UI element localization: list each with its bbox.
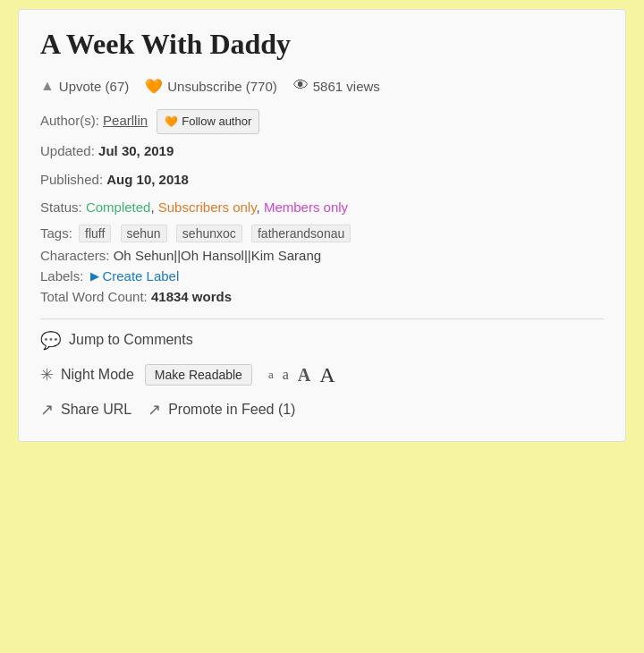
unsubscribe-button[interactable]: 🧡 Unsubscribe (770) (145, 78, 277, 95)
follow-heart-icon: 🧡 (165, 113, 178, 131)
author-row: Author(s): Pearllin 🧡 Follow author (40, 109, 604, 134)
published-date: Aug 10, 2018 (106, 172, 189, 187)
tags-row: Tags: fluff sehun sehunxoc fatherandsona… (40, 225, 604, 242)
comments-icon: 💬 (40, 330, 62, 351)
share-url-button[interactable]: ↗ Share URL (40, 400, 131, 420)
status-completed: Completed (86, 199, 151, 215)
status-members: Members only (264, 199, 348, 215)
labels-label: Labels: (40, 268, 83, 284)
night-mode-icon: ✳ (40, 365, 54, 385)
font-size-small[interactable]: a (268, 368, 274, 382)
status-subscribers: Subscribers only (158, 199, 257, 215)
word-count-row: Total Word Count: 41834 words (40, 289, 604, 304)
tag-fatherandsonau[interactable]: fatherandsonau (251, 225, 351, 242)
font-size-medium[interactable]: a (283, 367, 289, 383)
heart-icon: 🧡 (145, 78, 163, 95)
jump-to-comments-button[interactable]: 💬 Jump to Comments (40, 330, 193, 351)
night-mode-button[interactable]: ✳ Night Mode (40, 365, 134, 385)
authors-label: Author(s): (40, 113, 99, 128)
action-bar: ▲ Upvote (67) 🧡 Unsubscribe (770) 👁 5861… (40, 77, 604, 95)
article-title: A Week With Daddy (40, 28, 604, 61)
word-count-value: 41834 words (151, 289, 232, 304)
arrow-icon: ▶ (90, 269, 99, 283)
share-row: ↗ Share URL ↗ Promote in Feed (1) (40, 400, 604, 420)
make-readable-button[interactable]: Make Readable (145, 364, 252, 386)
eye-icon: 👁 (293, 77, 309, 95)
updated-label: Updated: (40, 143, 95, 158)
tag-sehunxoc[interactable]: sehunxoc (176, 225, 242, 242)
status-row: Status: Completed, Subscribers only, Mem… (40, 196, 604, 219)
divider-1 (40, 318, 604, 319)
tags-label: Tags: (40, 225, 72, 241)
tag-sehun[interactable]: sehun (121, 225, 167, 242)
promote-icon: ↗ (148, 400, 161, 420)
characters-label: Characters: (40, 248, 110, 263)
bottom-actions: 💬 Jump to Comments ✳ Night Mode Make Rea… (40, 330, 604, 420)
font-size-xlarge[interactable]: A (319, 363, 335, 387)
font-size-large[interactable]: A (298, 365, 310, 386)
characters-row: Characters: Oh Sehun||Oh Hansol||Kim Sar… (40, 248, 604, 263)
updated-date: Jul 30, 2019 (98, 143, 174, 158)
characters-value: Oh Sehun||Oh Hansol||Kim Sarang (114, 248, 321, 263)
published-label: Published: (40, 172, 103, 187)
night-mode-row: ✳ Night Mode Make Readable a a A A (40, 363, 604, 387)
updated-row: Updated: Jul 30, 2019 (40, 140, 604, 163)
font-size-controls: a a A A (268, 363, 335, 387)
create-label-button[interactable]: ▶ Create Label (90, 268, 179, 284)
comments-row: 💬 Jump to Comments (40, 330, 604, 351)
promote-button[interactable]: ↗ Promote in Feed (1) (148, 400, 295, 420)
status-label: Status: (40, 199, 82, 215)
upvote-button[interactable]: ▲ Upvote (67) (40, 78, 129, 94)
word-count-label: Total Word Count: (40, 289, 148, 304)
tag-fluff[interactable]: fluff (79, 225, 111, 242)
labels-row: Labels: ▶ Create Label (40, 268, 604, 284)
share-icon: ↗ (40, 400, 54, 420)
follow-author-button[interactable]: 🧡 Follow author (157, 109, 259, 134)
author-name[interactable]: Pearllin (103, 113, 148, 128)
views-count: 👁 5861 views (293, 77, 380, 95)
article-card: A Week With Daddy ▲ Upvote (67) 🧡 Unsubs… (18, 9, 626, 442)
published-row: Published: Aug 10, 2018 (40, 168, 604, 191)
upvote-icon: ▲ (40, 78, 55, 94)
